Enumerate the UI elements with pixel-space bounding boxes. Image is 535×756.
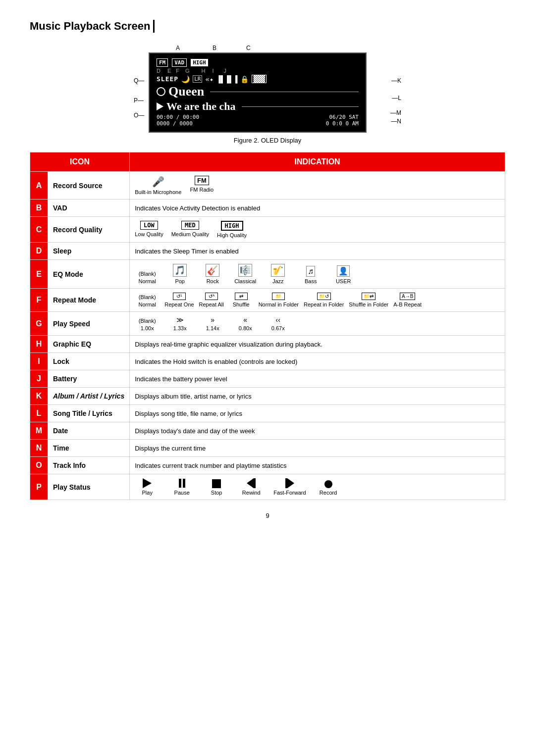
table-row: E EQ Mode (Blank) Normal 🎵 Pop 🎸 Rock <box>30 260 505 289</box>
date-display: 06∕20 SAT <box>329 114 359 120</box>
row-letter-a: A <box>30 172 48 200</box>
repeat-in-folder: 📁↺ Repeat in Folder <box>304 293 344 307</box>
row-indication-e: (Blank) Normal 🎵 Pop 🎸 Rock 🎼 Classical <box>130 260 505 289</box>
label-e-inline: E <box>167 68 171 74</box>
track-info: 0000 ∕ 0000 <box>157 120 193 127</box>
label-p: P— <box>134 97 144 104</box>
ab-repeat-icon: A→B <box>400 293 415 300</box>
row-letter-i: I <box>30 353 48 370</box>
icon-microphone: 🎤 Built-in Microphone <box>135 176 181 195</box>
microphone-label: Built-in Microphone <box>135 189 181 195</box>
label-j-inline: J <box>224 68 227 74</box>
speed-067: ‹‹ 0.67x <box>266 316 290 331</box>
label-k: —K <box>391 77 401 84</box>
eq-icon: «✦ <box>205 75 214 83</box>
status-rewind: Rewind <box>239 478 264 496</box>
label-n: —N <box>391 118 401 125</box>
row-indication-i: Indicates the Hold switch is enabled (co… <box>130 353 505 370</box>
record-button-icon <box>324 480 332 488</box>
shuffle-label: Shuffle <box>233 302 250 307</box>
eq-normal-label: Normal <box>138 278 156 284</box>
oled-bottom-row1: 00:00 ∕ 00:00 06∕20 SAT <box>157 114 359 120</box>
row-indication-f: (Blank) Normal ↺¹ Repeat One ↺ᴬ Repeat A… <box>130 289 505 312</box>
row-name-g: Play Speed <box>48 312 130 336</box>
repeat-shuffle: ⇄ Shuffle <box>229 293 254 307</box>
play-label: Play <box>142 490 152 496</box>
repeat-all: ↺ᴬ Repeat All <box>199 293 224 307</box>
table-row: K Album / Artist / Lyrics Displays album… <box>30 388 505 405</box>
repeat-one-icon: ↺¹ <box>173 293 186 300</box>
row-indication-k: Displays album title, artist name, or ly… <box>130 388 505 405</box>
status-record: Record <box>316 480 341 496</box>
label-o: O— <box>134 112 144 119</box>
speed-080-icon: « <box>243 316 247 324</box>
table-row: I Lock Indicates the Hold switch is enab… <box>30 353 505 370</box>
battery-text: Indicates the battery power level <box>135 375 227 383</box>
col1-header: ICON <box>30 152 130 172</box>
rewind-label: Rewind <box>242 490 261 496</box>
status-stop: Stop <box>204 479 229 496</box>
label-q: Q— <box>134 77 144 84</box>
row-letter-n: N <box>30 440 48 457</box>
row-name-m: Date <box>48 422 130 440</box>
oled-row2: SLEEP 🌙 LR «✦ ▐▌▐▌▐ 🔒 ▓▓▓ <box>157 75 359 83</box>
label-f-inline: F <box>176 68 179 74</box>
stop-label: Stop <box>211 490 222 496</box>
eq-user-label: USER <box>336 278 351 284</box>
icon-indication-table: ICON INDICATION A Record Source 🎤 Built-… <box>30 152 505 500</box>
eq-rock-label: Rock <box>207 278 219 284</box>
eq-bass-icon: ♬ <box>306 266 315 277</box>
table-row: D Sleep Indicates the Sleep Timer is ena… <box>30 243 505 260</box>
fastforward-button-icon <box>285 478 294 488</box>
repeat-folder-icon: 📁↺ <box>317 293 331 300</box>
microphone-icon: 🎤 <box>152 176 164 188</box>
table-row: H Graphic EQ Displays real-time graphic … <box>30 336 505 353</box>
table-header-row: ICON INDICATION <box>30 152 505 172</box>
play-indicator-icon <box>157 102 163 110</box>
speed-normal-icon: (Blank) <box>139 318 156 324</box>
page-title: Music Playback Screen <box>30 20 155 33</box>
row-indication-g: (Blank) 1.00x ≫ 1.33x » 1.14x « 0.80x <box>130 312 505 336</box>
row-name-o: Track Info <box>48 457 130 474</box>
row-letter-m: M <box>30 422 48 440</box>
row-letter-c: C <box>30 217 48 243</box>
speed-114: » 1.14x <box>200 316 225 331</box>
eq-rock: 🎸 Rock <box>200 264 225 284</box>
row-letter-g: G <box>30 312 48 336</box>
row-indication-l: Displays song title, file name, or lyric… <box>130 405 505 422</box>
row-name-b: VAD <box>48 200 130 217</box>
stop-button-icon <box>212 479 221 488</box>
shuffle-icon: ⇄ <box>235 293 248 300</box>
date-text: Displays today's date and day of the wee… <box>135 427 255 435</box>
quality-med: MED Medium Quality <box>171 221 209 237</box>
row-indication-a: 🎤 Built-in Microphone FM FM Radio <box>130 172 505 200</box>
label-a: A <box>176 45 180 51</box>
time-text: Displays the current time <box>135 445 206 452</box>
clock-display: 0 0:0 0 AM <box>326 120 359 127</box>
row-letter-k: K <box>30 388 48 405</box>
artist-circle-icon <box>157 87 165 96</box>
table-row: J Battery Indicates the battery power le… <box>30 370 505 388</box>
fm-radio-label: FM Radio <box>190 187 214 193</box>
repeat-folder-label: Repeat in Folder <box>304 302 344 307</box>
row-name-l: Song Title / Lyrics <box>48 405 130 422</box>
med-label: Medium Quality <box>171 231 209 237</box>
table-row: F Repeat Mode (Blank) Normal ↺¹ Repeat O… <box>30 289 505 312</box>
repeat-normal: (Blank) Normal <box>135 294 160 307</box>
table-row: B VAD Indicates Voice Activity Detection… <box>30 200 505 217</box>
table-row: C Record Quality LOW Low Quality MED Med… <box>30 217 505 243</box>
table-row: P Play Status Play Pause <box>30 474 505 500</box>
row-indication-m: Displays today's date and day of the wee… <box>130 422 505 440</box>
row-name-p: Play Status <box>48 474 130 500</box>
eq-classical-label: Classical <box>234 278 256 284</box>
ab-repeat: A→B A-B Repeat <box>393 293 422 307</box>
speed-133-icon: ≫ <box>176 316 184 324</box>
sleep-text: SLEEP <box>157 75 178 83</box>
figure-caption: Figure 2. OLED Display <box>30 137 505 144</box>
status-fastforward: Fast-Forward <box>273 478 306 496</box>
table-row: A Record Source 🎤 Built-in Microphone FM… <box>30 172 505 200</box>
icon-fm-radio: FM FM Radio <box>189 176 214 193</box>
row-name-f: Repeat Mode <box>48 289 130 312</box>
eq-user-icon: 👤 <box>337 265 350 277</box>
oled-bottom-row2: 0000 ∕ 0000 0 0:0 0 AM <box>157 120 359 127</box>
